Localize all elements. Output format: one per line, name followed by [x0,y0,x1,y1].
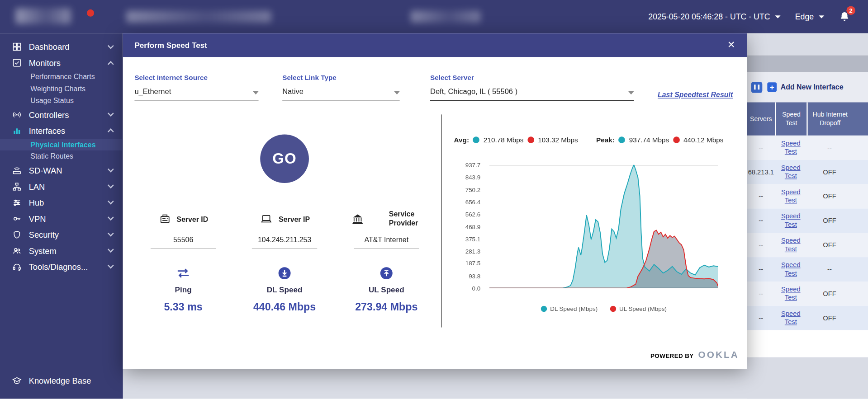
chart-legend: DL Speed (Mbps) UL Speed (Mbps) [489,305,718,312]
sdwan-icon [12,166,22,175]
service-provider-field: Service Provider AT&T Internet [342,209,431,249]
speed-test-link[interactable]: Speed Test [778,164,803,180]
edge-label: Edge [795,12,814,21]
chevron-down-icon [108,246,114,253]
notification-badge: 2 [846,6,855,15]
server-ip-field: Server IP 104.245.211.253 [240,209,329,249]
chevron-down-icon [775,15,781,18]
speed-test-link[interactable]: Speed Test [778,139,803,156]
y-tick-label: 187.5 [465,260,481,267]
chevron-down-icon [108,263,114,269]
sidebar-item-usage-status[interactable]: Usage Status [0,94,123,106]
speed-test-link[interactable]: Speed Test [778,310,803,326]
sidebar-item-label: LAN [29,182,101,191]
table-row: 68.213.1 Speed Test OFF [747,160,868,184]
sidebar-item-knowledge-base[interactable]: Knowledge Base [0,373,123,389]
speed-test-modal: Perform Speed Test ✕ Select Internet Sou… [123,33,747,369]
peak-ul-value: 440.12 Mbps [683,136,723,144]
cell-dropoff: OFF [806,233,853,257]
lan-icon [12,182,22,191]
table-row: -- Speed Test OFF [747,208,868,233]
modal-header: Perform Speed Test ✕ [123,33,747,57]
sidebar-item-hub[interactable]: Hub [0,194,123,210]
ping-value: 5.33 ms [139,301,228,313]
sidebar-item-weighting-charts[interactable]: Weighting Charts [0,83,123,94]
sidebar-subitem-label: Performance Charts [30,73,95,81]
edge-dropdown[interactable]: Edge [795,12,825,21]
sidebar-item-security[interactable]: Security [0,226,123,242]
speed-test-link[interactable]: Speed Test [778,237,803,253]
ping-arrows-icon [175,267,192,280]
chevron-down-icon [108,110,114,117]
page-background-strip [747,33,868,55]
sidebar-item-tools-diagnostics[interactable]: Tools/Diagnos... [0,258,123,274]
sidebar-item-label: Hub [29,198,101,207]
download-icon [278,267,291,280]
sidebar-subitem-label: Physical Interfaces [30,141,95,149]
peak-label: Peak: [596,136,615,144]
link-type-value[interactable]: Native [282,87,399,100]
sidebar-item-label: Tools/Diagnos... [29,262,101,272]
table-view-button[interactable] [751,82,762,93]
page-background-bottom [123,369,868,399]
sidebar-item-performance-charts[interactable]: Performance Charts [0,71,123,83]
y-tick-label: 375.1 [465,235,481,242]
sidebar-item-label: System [29,246,101,255]
timezone-dropdown[interactable]: 2025-05-20 05:46:28 - UTC - UTC [648,12,781,21]
chevron-down-icon [819,15,824,18]
close-icon[interactable]: ✕ [727,40,735,50]
ul-dot-icon [673,136,680,143]
sidebar-item-interfaces[interactable]: Interfaces [0,122,123,138]
sidebar-item-monitors[interactable]: Monitors [0,55,123,70]
sidebar-item-static-routes[interactable]: Static Routes [0,150,123,162]
sidebar-item-label: Interfaces [29,126,101,135]
link-type-select: Select Link Type Native [282,74,399,101]
sidebar-item-sdwan[interactable]: SD-WAN [0,162,123,178]
sidebar-item-label: Dashboard [29,42,101,52]
legend-dl: DL Speed (Mbps) [541,305,598,312]
sidebar-subitem-label: Static Routes [30,152,73,160]
notifications-button[interactable]: 2 [839,10,850,23]
y-tick-label: 843.9 [465,174,481,181]
add-new-interface-button[interactable]: + Add New Interface [767,82,843,92]
server-value[interactable]: Deft, Chicago, IL ( 55506 ) [430,87,634,101]
users-icon [12,246,22,255]
app-logo-redacted [15,8,71,23]
graduation-cap-icon [12,376,22,385]
bank-icon [351,213,384,225]
key-icon [12,214,22,223]
dl-dot-icon [473,136,480,143]
speed-test-link[interactable]: Speed Test [778,286,803,302]
go-button[interactable]: GO [260,134,309,183]
speed-test-link[interactable]: Speed Test [778,261,803,278]
powered-by: POWERED BY OOKLA [650,350,739,361]
internet-source-value[interactable]: u_Ethernet [134,87,258,100]
sidebar-item-controllers[interactable]: Controllers [0,107,123,122]
sidebar-item-label: SD-WAN [29,166,101,175]
ul-speed-metric: UL Speed 273.94 Mbps [342,267,431,313]
chevron-down-icon [108,214,114,221]
interfaces-toolbar: + Add New Interface [747,72,868,102]
sidebar-item-system[interactable]: System [0,243,123,258]
table-footer-space [747,330,868,357]
chevron-down-icon [108,230,114,237]
device-subtitle-redacted [411,10,480,23]
speed-test-link[interactable]: Speed Test [778,188,803,205]
laptop-icon [259,213,274,225]
server-id-field: Server ID 55506 [139,209,228,249]
topbar: 2025-05-20 05:46:28 - UTC - UTC Edge 2 [0,0,868,33]
sidebar-item-vpn[interactable]: VPN [0,211,123,226]
sidebar-item-physical-interfaces[interactable]: Physical Interfaces [0,139,123,150]
last-speedtest-result-link[interactable]: Last Speedtest Result [658,91,733,99]
cell-dropoff: OFF [806,282,853,306]
chevron-down-icon [108,182,114,188]
cell-servers: -- [747,184,775,209]
speed-test-link[interactable]: Speed Test [778,212,803,229]
table-row: -- Speed Test OFF [747,306,868,330]
background-page: + Add New Interface Servers Speed Test H… [747,33,868,399]
sidebar-item-label: Knowledge Base [29,376,113,385]
cell-servers: -- [747,208,775,233]
sidebar-item-lan[interactable]: LAN [0,178,123,194]
sidebar-item-dashboard[interactable]: Dashboard [0,39,123,55]
y-tick-label: 656.4 [465,198,481,205]
